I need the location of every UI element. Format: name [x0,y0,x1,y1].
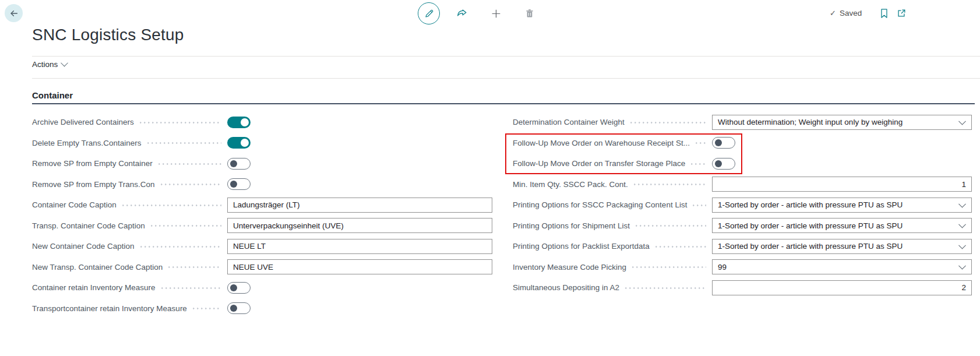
field-label: Inventory Measure Code Picking [513,263,626,272]
right-row-8: Simultaneous Depositing in A22 [513,277,972,298]
field-control: Without determination; Weight input only… [712,115,972,130]
toggle-knob [230,305,237,312]
field-control [227,178,492,190]
left-row-9: Transportcontainer retain Inventory Meas… [32,298,492,319]
section-header-container: Container [32,90,73,100]
field-label: Container retain Inventory Measure [32,283,156,292]
share-button[interactable] [456,7,468,20]
toggle-off[interactable] [227,282,251,294]
left-row-8: Container retain Inventory Measure [32,277,492,298]
left-row-1: Delete Empty Trans.Containers [32,133,492,154]
dotted-leader [632,266,706,268]
actions-menu[interactable]: Actions [32,60,67,69]
dotted-leader [625,287,706,289]
dotted-leader [147,142,221,144]
text-input-field[interactable]: NEUE LT [227,239,492,254]
field-control: 1-Sorted by order - article with pressur… [712,218,972,233]
dotted-leader [636,225,706,227]
dotted-leader [655,246,706,248]
field-value: 1-Sorted by order - article with pressur… [718,221,955,230]
divider [32,56,980,57]
field-label: Follow-Up Move Order on Warehouse Receip… [513,139,690,147]
toggle-off[interactable] [227,158,251,170]
text-input-field[interactable]: NEUE UVE [227,259,492,274]
toggle-knob [230,160,237,167]
open-new-window-button[interactable] [895,7,908,20]
toggle-off[interactable] [227,178,251,190]
text-input-field[interactable]: 1 [712,177,972,192]
toggle-knob [715,160,722,167]
field-control [227,158,492,170]
toggle-on[interactable] [227,117,251,128]
text-input-field[interactable]: Ladungsträger (LT) [227,198,492,213]
field-control: NEUE UVE [227,259,492,274]
bookmark-button[interactable] [877,7,890,20]
field-value: 1-Sorted by order - article with pressur… [718,200,955,209]
field-value: 2 [718,283,966,292]
page-title: SNC Logistics Setup [32,26,184,44]
dotted-leader [630,122,706,124]
toggle-off[interactable] [712,137,735,149]
dotted-leader [168,266,221,268]
field-label: Follow-Up Move Order on Transfer Storage… [513,159,685,168]
left-row-0: Archive Delivered Containers [32,112,492,133]
back-button[interactable] [5,4,23,22]
field-control: 2 [712,280,972,295]
right-row-3: Min. Item Qty. SSCC Pack. Cont.1 [513,174,972,195]
dropdown-field[interactable]: Without determination; Weight input only… [712,115,972,130]
left-row-7: New Transp. Container Code CaptionNEUE U… [32,257,492,278]
field-label: Printing Options for Shipment List [513,221,630,230]
field-value: NEUE LT [233,242,487,251]
saved-label: Saved [840,9,862,17]
field-control [227,282,492,294]
right-row-7: Inventory Measure Code Picking99 [513,257,972,278]
checkmark-icon: ✓ [830,9,836,17]
field-label: Printing Options for Packlist Exportdata [513,242,650,251]
toggle-knob [230,284,237,291]
field-label: Delete Empty Trans.Containers [32,139,142,147]
field-value: 99 [718,263,955,272]
field-label: Transportcontainer retain Inventory Meas… [32,304,187,313]
dropdown-field[interactable]: 99 [712,259,972,274]
toggle-knob [241,118,249,126]
field-control: 1-Sorted by order - article with pressur… [712,239,972,254]
dotted-leader [161,184,221,185]
field-control: Unterverpackungseinheit (UVE) [227,218,492,233]
field-label: Remove SP from Empty Trans.Con [32,180,155,189]
left-row-5: Transp. Container Code CaptionUnterverpa… [32,216,492,237]
field-label: Determination Container Weight [513,118,625,126]
dropdown-field[interactable]: 1-Sorted by order - article with pressur… [712,239,972,254]
snc-logistics-setup-page: ✓ Saved SNC Logistics Setup Actions Cont… [0,0,980,356]
field-label: New Transp. Container Code Caption [32,263,163,272]
dotted-leader [693,205,706,206]
dropdown-field[interactable]: 1-Sorted by order - article with pressur… [712,218,972,233]
toggle-on[interactable] [227,137,251,149]
field-control: Ladungsträger (LT) [227,198,492,213]
toggle-off[interactable] [227,302,251,314]
bookmark-icon [880,8,889,19]
field-value: 1 [718,180,966,189]
left-row-6: New Container Code CaptionNEUE LT [32,236,492,257]
field-control [227,117,492,128]
left-row-2: Remove SP from Empty Container [32,153,492,174]
new-button[interactable] [489,7,502,20]
chevron-down-icon [61,59,68,66]
chevron-down-icon [958,262,966,270]
toggle-knob [715,139,722,146]
edit-button[interactable] [418,2,440,24]
chevron-down-icon [958,242,966,249]
field-control [227,302,492,314]
field-label: New Container Code Caption [32,242,135,251]
right-row-1: Follow-Up Move Order on Warehouse Receip… [513,133,972,154]
field-value: Ladungsträger (LT) [233,200,487,209]
text-input-field[interactable]: 2 [712,280,972,295]
toggle-off[interactable] [712,158,735,170]
text-input-field[interactable]: Unterverpackungseinheit (UVE) [227,218,492,233]
field-label: Printing Options for SSCC Packaging Cont… [513,200,687,209]
field-label: Transp. Container Code Caption [32,221,145,230]
delete-button[interactable] [523,7,536,20]
dropdown-field[interactable]: 1-Sorted by order - article with pressur… [712,198,972,213]
save-status: ✓ Saved [830,9,862,17]
field-value: NEUE UVE [233,263,487,272]
chevron-down-icon [958,200,966,208]
